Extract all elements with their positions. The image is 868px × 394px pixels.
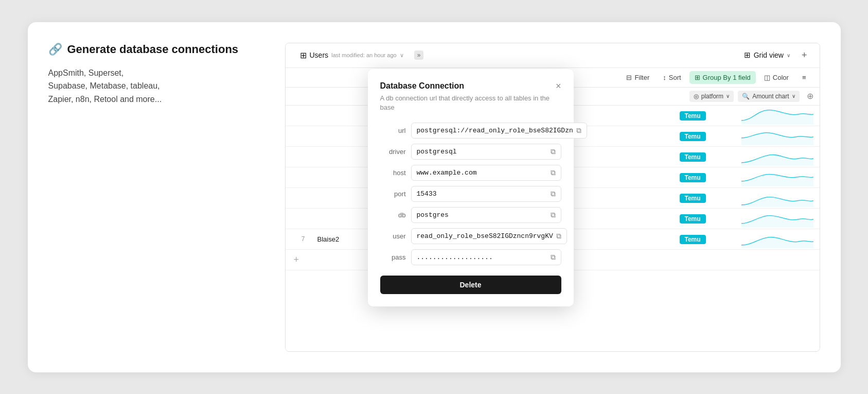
field-value-wrap-host: www.example.com ⧉: [411, 165, 561, 181]
left-panel: 🔗 Generate database connections AppSmith…: [48, 43, 285, 352]
field-value-wrap-driver: postgresql ⧉: [411, 144, 561, 160]
copy-url-button[interactable]: ⧉: [576, 126, 581, 135]
field-label-user: user: [380, 232, 406, 240]
field-row-pass: pass ................... ⧉: [380, 249, 561, 265]
left-title-area: 🔗 Generate database connections: [48, 43, 270, 56]
field-value-host: www.example.com: [417, 169, 547, 177]
right-panel: ⊞ Users last modified: an hour ago ∨ » ⊞…: [285, 43, 820, 352]
copy-pass-button[interactable]: ⧉: [551, 253, 556, 262]
modal-close-button[interactable]: ×: [556, 81, 561, 91]
copy-user-button[interactable]: ⧉: [556, 232, 561, 241]
field-row-host: host www.example.com ⧉: [380, 165, 561, 181]
field-value-wrap-pass: ................... ⧉: [411, 249, 561, 265]
field-value-db: postgres: [417, 211, 547, 219]
link-icon: 🔗: [48, 43, 62, 56]
field-value-wrap-url: postgresql://read_only_role_bseS82IGDzn …: [411, 123, 587, 139]
field-label-driver: driver: [380, 148, 406, 156]
modal-header: Database Connection ×: [380, 81, 561, 91]
field-label-db: db: [380, 211, 406, 219]
field-value-driver: postgresql: [417, 148, 547, 156]
copy-db-button[interactable]: ⧉: [551, 211, 556, 219]
field-label-pass: pass: [380, 253, 406, 261]
modal-title: Database Connection: [380, 81, 465, 91]
field-label-url: url: [380, 127, 406, 134]
field-row-user: user read_only_role_bseS82IGDzncn9rvgKV …: [380, 228, 561, 244]
field-value-wrap-port: 15433 ⧉: [411, 186, 561, 202]
copy-port-button[interactable]: ⧉: [551, 190, 556, 198]
delete-button[interactable]: Delete: [380, 276, 561, 294]
field-value-wrap-user: read_only_role_bseS82IGDzncn9rvgKV ⧉: [411, 228, 567, 244]
copy-driver-button[interactable]: ⧉: [551, 147, 556, 156]
field-value-user: read_only_role_bseS82IGDzncn9rvgKV: [417, 232, 553, 240]
modal-overlay: Database Connection × A db connection ur…: [286, 43, 820, 351]
field-value-port: 15433: [417, 190, 547, 198]
field-label-host: host: [380, 169, 406, 177]
page-title: Generate database connections: [67, 43, 239, 56]
field-value-pass: ...................: [417, 253, 547, 261]
field-label-port: port: [380, 190, 406, 198]
left-description: AppSmith, Superset, Supabase, Metabase, …: [48, 66, 270, 106]
field-row-driver: driver postgresql ⧉: [380, 144, 561, 160]
field-value-wrap-db: postgres ⧉: [411, 207, 561, 223]
db-connection-modal: Database Connection × A db connection ur…: [368, 69, 574, 306]
copy-host-button[interactable]: ⧉: [551, 168, 556, 177]
field-row-port: port 15433 ⧉: [380, 186, 561, 202]
modal-subtitle: A db connection url that directly access…: [380, 94, 561, 112]
field-value-url: postgresql://read_only_role_bseS82IGDzn: [417, 127, 573, 134]
main-card: 🔗 Generate database connections AppSmith…: [28, 22, 841, 372]
field-row-url: url postgresql://read_only_role_bseS82IG…: [380, 123, 561, 139]
field-row-db: db postgres ⧉: [380, 207, 561, 223]
